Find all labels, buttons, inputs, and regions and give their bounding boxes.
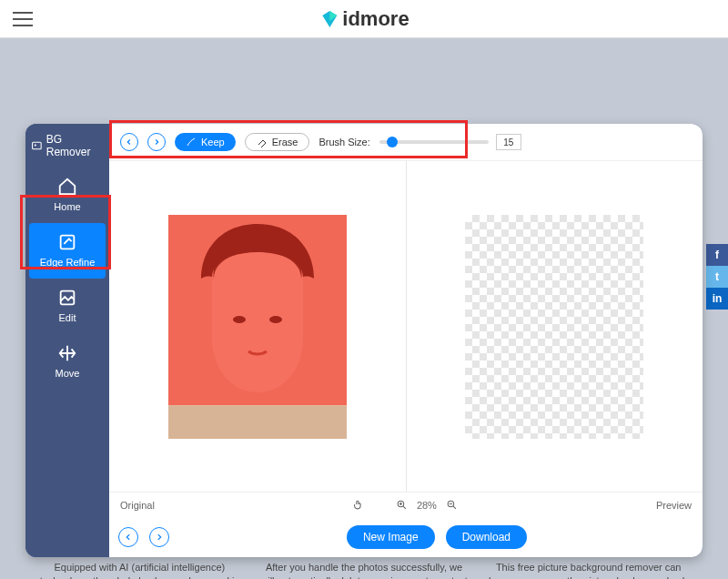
home-icon xyxy=(57,177,77,197)
mask-overlay xyxy=(168,215,347,405)
sidebar-item-label: Edit xyxy=(59,312,76,323)
logo-icon xyxy=(318,8,340,30)
redo-button[interactable] xyxy=(147,133,166,151)
undo-button[interactable] xyxy=(120,133,138,151)
status-bar: Original 28% Preview xyxy=(109,492,703,517)
sidebar: BG Remover Home Edge Refine Edit Move xyxy=(25,124,109,557)
sidebar-item-label: Home xyxy=(54,201,80,212)
svg-point-9 xyxy=(566,316,579,323)
preview-image[interactable] xyxy=(465,215,643,439)
sidebar-item-edge-refine[interactable]: Edge Refine xyxy=(29,223,106,279)
action-bar: New Image Download xyxy=(109,517,703,557)
brush-size-slider[interactable] xyxy=(379,140,489,144)
sidebar-item-label: Move xyxy=(56,368,80,379)
svg-point-1 xyxy=(35,144,36,146)
menu-icon[interactable] xyxy=(13,12,33,26)
image-icon xyxy=(31,139,43,152)
twitter-icon[interactable]: t xyxy=(706,266,728,288)
move-icon xyxy=(57,343,77,363)
original-label: Original xyxy=(120,500,155,511)
top-bar: idmore xyxy=(0,0,728,38)
download-button[interactable]: Download xyxy=(446,525,527,549)
svg-point-8 xyxy=(530,316,542,323)
feature-text-2: After you handle the photos successfully… xyxy=(252,561,477,579)
editor-window: BG Remover Home Edge Refine Edit Move xyxy=(25,124,703,557)
svg-rect-0 xyxy=(33,142,42,148)
feature-row: Equipped with AI (artificial intelligenc… xyxy=(27,561,701,579)
prev-button[interactable] xyxy=(118,527,138,547)
feature-text-3: This free picture background remover can… xyxy=(476,561,701,579)
linkedin-icon[interactable]: in xyxy=(706,288,728,310)
editor-main: Keep Erase Brush Size: 15 xyxy=(109,124,703,557)
brush-icon xyxy=(186,137,197,147)
new-image-button[interactable]: New Image xyxy=(347,525,435,549)
social-rail: f t in xyxy=(706,244,728,310)
brand-logo[interactable]: idmore xyxy=(318,7,409,31)
svg-rect-2 xyxy=(61,236,75,249)
eraser-icon xyxy=(257,137,268,147)
zoom-in-icon[interactable] xyxy=(396,499,408,511)
sidebar-item-move[interactable]: Move xyxy=(29,334,106,390)
zoom-value: 28% xyxy=(417,500,437,511)
sidebar-item-home[interactable]: Home xyxy=(29,168,106,223)
toolbar: Keep Erase Brush Size: 15 xyxy=(109,124,703,160)
preview-label: Preview xyxy=(656,500,692,511)
feature-text-1: Equipped with AI (artificial intelligenc… xyxy=(27,561,252,579)
brush-size-label: Brush Size: xyxy=(318,137,369,147)
original-image[interactable] xyxy=(168,215,347,439)
facebook-icon[interactable]: f xyxy=(706,244,728,266)
erase-button[interactable]: Erase xyxy=(245,133,310,151)
face-cutout xyxy=(465,215,643,439)
canvas-row xyxy=(109,160,703,492)
original-panel xyxy=(109,161,407,492)
svg-rect-7 xyxy=(168,406,347,439)
sidebar-title: BG Remover xyxy=(25,124,109,168)
preview-panel xyxy=(407,161,703,492)
sidebar-item-label: Edge Refine xyxy=(40,257,96,268)
svg-marker-10 xyxy=(483,408,625,411)
brand-text: idmore xyxy=(342,7,409,31)
edit-icon xyxy=(57,288,77,308)
brush-size-value[interactable]: 15 xyxy=(496,134,521,150)
sidebar-item-edit[interactable]: Edit xyxy=(29,279,106,334)
zoom-out-icon[interactable] xyxy=(446,499,458,511)
keep-button[interactable]: Keep xyxy=(175,133,236,151)
edge-refine-icon xyxy=(57,232,77,252)
next-button[interactable] xyxy=(149,527,169,547)
pan-icon[interactable] xyxy=(353,499,365,511)
